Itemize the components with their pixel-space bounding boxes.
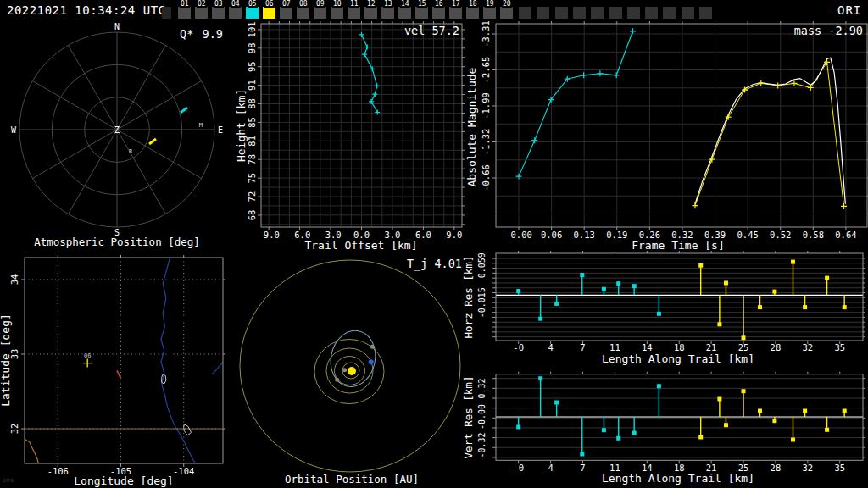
stem-marker <box>580 273 584 277</box>
meteoroid-orbit <box>326 326 380 391</box>
ground-trail-streak <box>117 370 121 379</box>
data-point-marker <box>516 174 522 180</box>
station-05-lightcurve <box>519 31 633 176</box>
horz-res-panel: -04711141821252832350.059-0.015Length Al… <box>462 251 865 365</box>
x-tick-label: 25 <box>738 342 749 352</box>
stem-marker <box>602 287 606 291</box>
stem-marker <box>724 423 728 427</box>
data-point-marker <box>359 32 364 37</box>
stem-marker <box>632 431 637 435</box>
y-tick-label: -0.66 <box>481 164 491 191</box>
data-point-marker <box>693 202 698 208</box>
x-tick-label: 0.45 <box>737 230 758 240</box>
river-pecos <box>161 258 195 463</box>
x-tick-label: 0.52 <box>770 230 791 240</box>
panel-title: Orbital Position [AU] <box>285 473 419 485</box>
y-tick-label: -2.65 <box>481 57 491 84</box>
y-tick-label: 78 <box>247 154 257 165</box>
planet-dot <box>335 378 339 382</box>
grid <box>496 24 867 227</box>
river-rio-grande <box>25 439 38 463</box>
data-point-marker <box>597 70 603 76</box>
stem-marker <box>717 397 721 402</box>
y-tick-label: 34 <box>9 274 19 286</box>
stem-marker <box>538 317 542 321</box>
stem-marker <box>580 452 584 457</box>
y-tick-label: 75 <box>247 173 257 184</box>
data-point-marker <box>372 92 377 97</box>
compass-west-label: W <box>11 125 17 135</box>
x-tick-label: 11 <box>609 342 620 352</box>
y-tick-label: 85 <box>247 117 257 128</box>
meteor-streak-05 <box>181 108 187 113</box>
y-tick-label: 98 <box>247 42 257 53</box>
stem-marker <box>554 401 559 405</box>
earth-dot <box>369 359 374 364</box>
x-tick-label: 7 <box>580 463 585 473</box>
x-tick-label: 28 <box>771 342 782 352</box>
atmospheric-position-panel: ZNSWEQ*9.9MRAtmospheric Position [deg] <box>11 22 223 248</box>
data-point-marker <box>531 137 537 143</box>
compass-east-label: E <box>218 125 223 135</box>
y-tick-label: -1.99 <box>481 92 491 119</box>
x-tick-label: 4 <box>548 463 553 473</box>
planet-dot <box>342 368 347 372</box>
x-tick-label: 25 <box>738 463 749 473</box>
ground-track-panel: 06-106-105-104323334Longitude [deg]Latit… <box>0 255 225 487</box>
y-tick-label: 88 <box>247 98 257 109</box>
stem-marker <box>742 336 746 340</box>
stem-marker <box>717 322 721 326</box>
stem-marker <box>803 409 807 413</box>
x-tick-label: -0 <box>513 463 524 473</box>
stem-marker <box>657 312 661 316</box>
grid <box>496 379 863 458</box>
tisserand-badge: T_j 4.01 <box>407 257 462 271</box>
x-tick-label: 0.58 <box>803 230 824 240</box>
x-tick-label: -106 <box>47 466 69 476</box>
x-tick-label: 11 <box>609 463 620 473</box>
data-point-marker <box>614 72 620 78</box>
x-tick-label: 0.64 <box>835 230 856 240</box>
x-tick-label: -0 <box>513 342 524 352</box>
stem-marker <box>538 376 542 380</box>
y-tick-label: -1.32 <box>481 129 491 156</box>
y-axis-label: Latitude [deg] <box>0 313 12 407</box>
y-tick-label: 101 <box>247 21 257 37</box>
station-05-stems <box>516 273 661 321</box>
y-tick-label: 72 <box>247 191 257 202</box>
x-axis-label: Frame Time [s] <box>632 239 725 252</box>
light-curve-panel: -0.000.060.130.190.260.320.390.450.520.5… <box>465 20 868 252</box>
x-tick-label: 0.06 <box>541 230 562 240</box>
model-fit-curve <box>695 58 845 204</box>
x-tick-label: 35 <box>834 463 845 473</box>
stem-marker <box>772 290 776 294</box>
stem-marker <box>602 428 606 432</box>
station-06-stems <box>698 389 847 441</box>
y-tick-label: 95 <box>247 61 257 72</box>
stem-marker <box>742 389 746 393</box>
x-tick-label: 35 <box>834 342 845 352</box>
map-grid <box>25 258 223 463</box>
x-tick-label: 0.13 <box>574 230 595 240</box>
stem-marker <box>825 428 829 432</box>
x-tick-label: 7 <box>580 342 585 352</box>
x-tick-label: 4 <box>548 342 553 352</box>
lake-outline <box>184 424 192 435</box>
data-point-marker <box>808 85 814 91</box>
polar-point-label: M <box>199 122 203 129</box>
panel-title: Atmospheric Position [deg] <box>34 236 200 248</box>
x-tick-label: 18 <box>674 463 685 473</box>
data-point-marker <box>581 72 587 78</box>
zenith-label: Z <box>114 125 120 135</box>
x-tick-label: 21 <box>706 463 717 473</box>
data-point-marker <box>375 83 380 88</box>
sun-dot <box>348 367 356 375</box>
x-axis-label: Length Along Trail [km] <box>602 472 754 485</box>
stem-marker <box>516 289 520 293</box>
x-tick-label: -0.00 <box>505 230 532 240</box>
stem-marker <box>825 276 829 280</box>
y-axis-label: Horz Res [km] <box>462 256 475 339</box>
stem-marker <box>772 419 776 423</box>
y-tick-label: 68 <box>247 210 257 221</box>
data-point-marker <box>792 80 798 86</box>
